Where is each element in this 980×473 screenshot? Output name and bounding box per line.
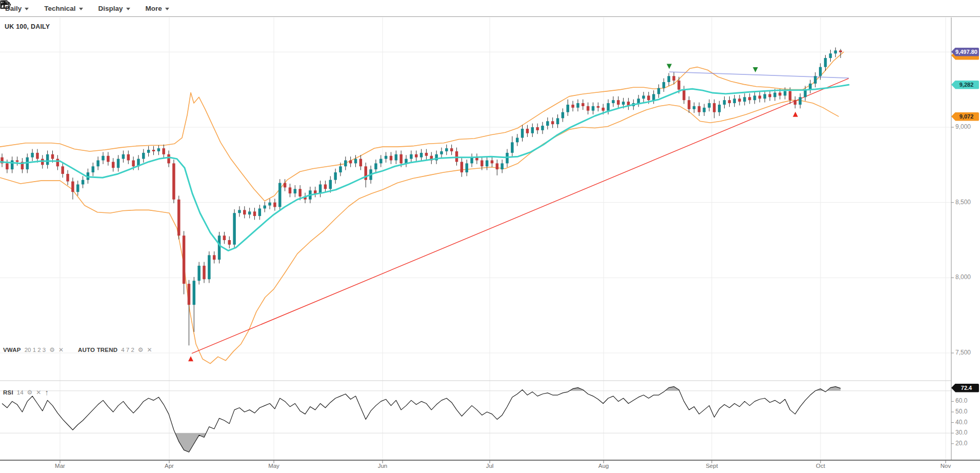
chart-title: UK 100, DAILY (5, 23, 50, 30)
rsi-legend-row: RSI 14 ⚙ ✕ ↑ (3, 388, 49, 396)
autotrend-legend-params: 4 7 2 (121, 347, 134, 353)
trading-chart-window: DailyTechnicalDisplayMore (0, 0, 980, 473)
rsi-legend-params: 14 (17, 389, 24, 396)
buy-signal-triangle-icon (188, 356, 193, 361)
buy-signal-triangle-icon (793, 112, 798, 117)
lower-band-price-label: 9,072 (951, 112, 979, 121)
time-axis-label-mar: Mar (55, 463, 65, 469)
auto-trend-support-line (192, 78, 849, 353)
rsi-settings-gear-icon[interactable]: ⚙ (27, 389, 33, 396)
rsi-legend-name: RSI (3, 389, 13, 396)
vwap-legend-name: VWAP (3, 347, 21, 353)
sell-signal-triangle-icon (667, 64, 672, 69)
lower-band-line (0, 100, 838, 363)
rsi-axis-label: 40.0 (955, 419, 967, 426)
price-axis-label: 8,000 (955, 273, 971, 281)
vwap-remove-icon[interactable]: ✕ (58, 347, 64, 353)
price-axis-label: 7,500 (955, 349, 971, 356)
autotrend-legend-name: AUTO TREND (78, 347, 117, 353)
chart-plot-area[interactable] (0, 0, 980, 473)
candles-group (1, 48, 842, 346)
vwap-line (0, 85, 849, 250)
rsi-move-up-arrow-icon[interactable]: ↑ (45, 388, 49, 396)
time-axis-label-jun: Jun (378, 463, 388, 469)
vwap-legend-params: 20 1 2 3 (25, 347, 46, 353)
last-price-label: 9,497.80 (951, 48, 979, 56)
autotrend-settings-gear-icon[interactable]: ⚙ (138, 347, 144, 353)
rsi-axis-label: 60.0 (955, 397, 967, 404)
time-axis-label-oct: Oct (816, 463, 825, 469)
time-axis-label-may: May (268, 463, 279, 469)
rsi-axis-label: 30.0 (955, 429, 967, 436)
time-axis-label-aug: Aug (598, 463, 609, 469)
time-axis-label-apr: Apr (165, 463, 174, 469)
rsi-value-badge: 72.4 (951, 384, 979, 392)
vwap-settings-gear-icon[interactable]: ⚙ (49, 347, 55, 353)
time-axis-label-sept: Sept (706, 463, 718, 469)
time-axis-label-jul: Jul (486, 463, 494, 469)
vwap-price-label: 9,282 (951, 81, 979, 89)
sell-signal-triangle-icon (753, 67, 758, 72)
rsi-line (2, 387, 841, 452)
time-axis-label-nov: Nov (941, 463, 951, 469)
price-axis-label: 8,500 (955, 199, 971, 206)
rsi-axis-label: 50.0 (955, 408, 967, 415)
rsi-axis-label: 20.0 (955, 440, 967, 447)
upper-band-line (0, 52, 844, 201)
indicator-legend-row: VWAP 20 1 2 3 ⚙ ✕ AUTO TREND 4 7 2 ⚙ ✕ (3, 347, 152, 353)
rsi-remove-icon[interactable]: ✕ (36, 389, 41, 396)
price-axis-label: 9,000 (955, 123, 971, 130)
autotrend-remove-icon[interactable]: ✕ (147, 347, 152, 353)
